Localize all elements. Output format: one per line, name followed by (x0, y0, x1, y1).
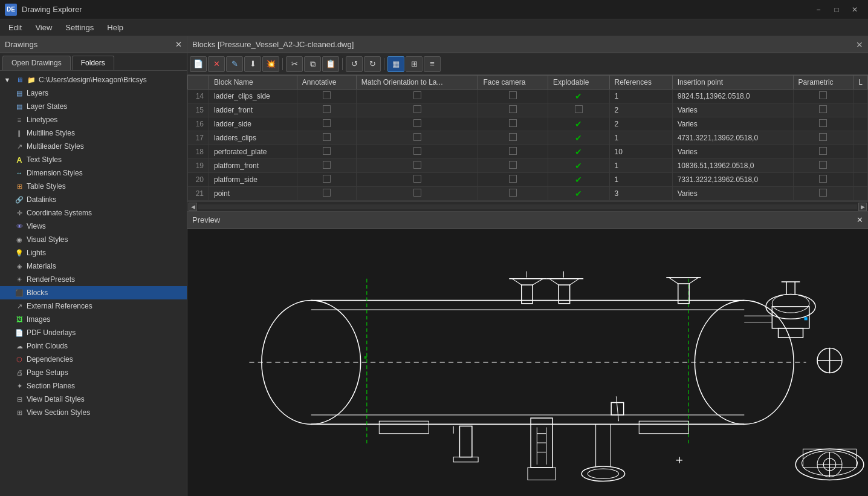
col-last[interactable]: L (853, 76, 868, 90)
svg-rect-31 (805, 317, 808, 320)
tab-open-drawings[interactable]: Open Drawings (2, 56, 71, 70)
sidebar-item-images[interactable]: 🖼 Images (0, 313, 187, 326)
insert-button[interactable]: ⬇ (244, 56, 261, 72)
maximize-button[interactable]: □ (828, 4, 845, 16)
dimension-icon: ↔ (15, 168, 24, 178)
refresh2-button[interactable]: ↻ (364, 56, 381, 72)
sidebar-item-render-presets[interactable]: ☀ RenderPresets (0, 273, 187, 286)
scroll-left-button[interactable]: ◀ (189, 203, 197, 211)
col-parametric[interactable]: Parametric (793, 76, 853, 90)
table-row[interactable]: 19platform_front✔110836.51,13962.0518,0 (188, 159, 868, 173)
table-row[interactable]: 21point✔3Varies (188, 187, 868, 201)
blocks-label: Blocks (27, 289, 48, 297)
sidebar-item-visual-styles[interactable]: ◉ Visual Styles (0, 233, 187, 246)
dimension-label: Dimension Styles (27, 169, 83, 177)
table-row[interactable]: 14ladder_clips_side✔19824.51,13962.0518,… (188, 90, 868, 103)
close-button[interactable]: ✕ (846, 4, 863, 16)
col-match-orientation[interactable]: Match Orientation to La... (356, 76, 478, 90)
text-styles-icon: A (15, 155, 24, 165)
scroll-track[interactable] (198, 204, 857, 209)
sidebar-item-views[interactable]: 👁 Views (0, 220, 187, 233)
window-controls: − □ ✕ (810, 4, 863, 16)
page-label: Page Setups (27, 368, 68, 377)
scroll-right-button[interactable]: ▶ (858, 203, 867, 211)
drawings-close-icon[interactable]: ✕ (175, 40, 182, 49)
sidebar-item-coordinate-systems[interactable]: ✛ Coordinate Systems (0, 206, 187, 220)
sidebar-item-view-detail-styles[interactable]: ⊟ View Detail Styles (0, 393, 187, 406)
preview-close-icon[interactable]: ✕ (857, 215, 863, 224)
sidebar-item-dependencies[interactable]: ⬡ Dependencies (0, 353, 187, 366)
multileader-icon: ↗ (15, 142, 24, 151)
sidebar-item-multileader-styles[interactable]: ↗ Multileader Styles (0, 140, 187, 153)
section-icon: ✦ (15, 381, 24, 391)
title-text: Drawing Explorer (22, 5, 805, 14)
sidebar-item-datalinks[interactable]: 🔗 Datalinks (0, 193, 187, 206)
new-button[interactable]: 📄 (190, 56, 207, 72)
col-insertion-point[interactable]: Insertion point (672, 76, 793, 90)
section-label: Section Planes (27, 382, 75, 390)
menu-settings[interactable]: Settings (59, 21, 100, 34)
cut-button[interactable]: ✂ (286, 56, 303, 72)
col-references[interactable]: References (609, 76, 672, 90)
list-view-button[interactable]: ▦ (387, 56, 404, 72)
computer-icon: 🖥 (15, 75, 24, 85)
explode-button[interactable]: 💥 (262, 56, 279, 72)
col-explodable[interactable]: Explodable (548, 76, 610, 90)
sidebar-item-table-styles[interactable]: ⊞ Table Styles (0, 180, 187, 193)
sidebar-item-text-styles[interactable]: A Text Styles (0, 153, 187, 166)
copy-button[interactable]: ⧉ (304, 56, 321, 72)
linetypes-icon: ≡ (15, 115, 24, 125)
table-label: Table Styles (27, 182, 66, 191)
horizontal-scrollbar[interactable]: ◀ ▶ (187, 202, 868, 212)
blocks-close-icon[interactable]: ✕ (856, 40, 863, 50)
layer-states-icon: ▤ (15, 102, 24, 111)
drawing-svg: ⊕ ⊕ (187, 229, 868, 496)
sidebar-item-point-clouds[interactable]: ☁ Point Clouds (0, 339, 187, 353)
preview-area: ⊕ ⊕ (187, 229, 868, 496)
detail-view-button[interactable]: ≡ (424, 56, 441, 72)
toolbar-separator-2 (342, 58, 343, 70)
col-face-camera[interactable]: Face camera (478, 76, 548, 90)
tab-folders[interactable]: Folders (72, 56, 114, 70)
deps-label: Dependencies (27, 355, 73, 364)
paste-button[interactable]: 📋 (322, 56, 339, 72)
sidebar-item-external-refs[interactable]: ↗ External References (0, 299, 187, 313)
col-block-name[interactable]: Block Name (209, 76, 297, 90)
blocks-title: Blocks [Pressure_Vessel_A2-JC-cleaned.dw… (192, 40, 354, 49)
sidebar-item-pdf-underlays[interactable]: 📄 PDF Underlays (0, 326, 187, 339)
sidebar-item-blocks[interactable]: ⬛ Blocks (0, 286, 187, 299)
table-row[interactable]: 16ladder_side✔2Varies (188, 117, 868, 131)
sidebar-item-multiline-styles[interactable]: ∥ Multiline Styles (0, 126, 187, 140)
images-icon: 🖼 (15, 315, 24, 324)
multiline-label: Multiline Styles (27, 129, 75, 137)
sidebar-item-linetypes[interactable]: ≡ Linetypes (0, 113, 187, 126)
minimize-button[interactable]: − (810, 4, 827, 16)
tree-area[interactable]: ▼ 🖥 📁 C:\Users\design\Hexagon\Bricsys ▤ … (0, 71, 187, 496)
table-row[interactable]: 20platform_side✔17331.3232,13962.0518,0 (188, 173, 868, 187)
table-row[interactable]: 18perforated_plate✔10Varies (188, 145, 868, 159)
sidebar-item-page-setups[interactable]: 🖨 Page Setups (0, 366, 187, 379)
sidebar-item-view-section-styles[interactable]: ⊞ View Section Styles (0, 406, 187, 419)
sidebar-item-layers[interactable]: ▤ Layers (0, 86, 187, 100)
col-annotative[interactable]: Annotative (297, 76, 356, 90)
delete-button[interactable]: ✕ (208, 56, 225, 72)
multileader-label: Multileader Styles (27, 142, 84, 151)
tree-root-item[interactable]: ▼ 🖥 📁 C:\Users\design\Hexagon\Bricsys (0, 73, 187, 86)
table-header-row: Block Name Annotative Match Orientation … (188, 76, 868, 90)
pdf-icon: 📄 (15, 328, 24, 338)
blocks-table-container[interactable]: Block Name Annotative Match Orientation … (187, 75, 868, 202)
table-row[interactable]: 17ladders_clips✔14731.3221,13962.0518,0 (188, 131, 868, 145)
icon-view-button[interactable]: ⊞ (406, 56, 423, 72)
table-row[interactable]: 15ladder_front2Varies (188, 103, 868, 117)
sidebar-item-section-planes[interactable]: ✦ Section Planes (0, 379, 187, 393)
sidebar-item-lights[interactable]: 💡 Lights (0, 246, 187, 259)
edit-button[interactable]: ✎ (226, 56, 243, 72)
sidebar-item-dimension-styles[interactable]: ↔ Dimension Styles (0, 166, 187, 180)
menu-view[interactable]: View (29, 21, 58, 34)
cloud-icon: ☁ (15, 341, 24, 351)
sidebar-item-materials[interactable]: ◈ Materials (0, 259, 187, 273)
sidebar-item-layer-states[interactable]: ▤ Layer States (0, 100, 187, 113)
refresh1-button[interactable]: ↺ (346, 56, 363, 72)
menu-edit[interactable]: Edit (2, 21, 28, 34)
menu-help[interactable]: Help (101, 21, 129, 34)
